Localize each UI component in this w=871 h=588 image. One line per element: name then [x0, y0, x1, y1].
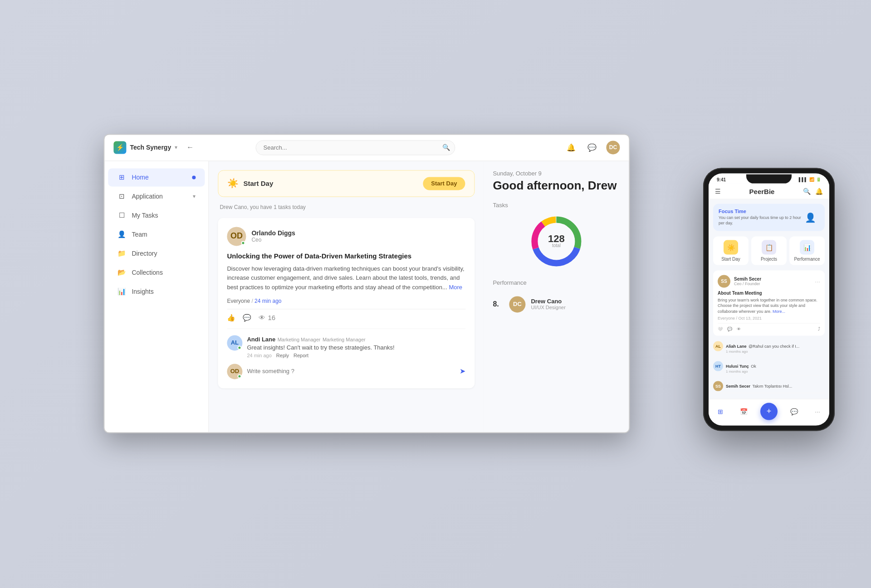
- sidebar-item-team[interactable]: 👤 Team: [108, 225, 205, 243]
- back-button[interactable]: ←: [186, 143, 194, 151]
- sidebar-item-label-directory: Directory: [132, 250, 157, 257]
- phone-post-title: About Team Meeting: [718, 290, 820, 295]
- donut-svg: 128 total: [529, 214, 583, 268]
- main-content: ☀️ Start Day Start Day Drew Cano, you ha…: [209, 161, 629, 432]
- phone-search-icon[interactable]: 🔍: [803, 188, 811, 195]
- phone-notch: [746, 174, 792, 183]
- phone-commenter-2-name: Hulusi Tunç: [726, 364, 749, 369]
- notifications-button[interactable]: 🔔: [564, 141, 578, 154]
- views-count: 👁 16: [259, 314, 275, 322]
- phone-calendar-button[interactable]: 📅: [737, 404, 750, 418]
- views-icon: 👁: [259, 314, 265, 322]
- phone-share-button[interactable]: ⤴: [818, 326, 820, 331]
- phone-time: 9:41: [717, 177, 726, 182]
- header-actions: 🔔 💬 DC: [564, 141, 620, 154]
- right-panel: Sunday, October 9 Good afternoon, Drew T…: [484, 161, 629, 432]
- like-button[interactable]: 👍: [227, 314, 235, 322]
- tasks-section: Tasks: [493, 202, 620, 268]
- phone-chat-button[interactable]: 💬: [788, 404, 801, 418]
- quick-action-projects[interactable]: 📋 Projects: [751, 236, 787, 265]
- user-avatar[interactable]: DC: [606, 141, 620, 154]
- post-header: OD Orlando Diggs Ceo: [227, 227, 465, 246]
- start-day-button[interactable]: Start Day: [423, 177, 465, 190]
- sidebar-item-label-insights: Insights: [132, 288, 153, 295]
- post-more-link[interactable]: More: [449, 284, 462, 291]
- tasks-icon: ☐: [117, 211, 126, 220]
- sidebar-item-my-tasks[interactable]: ☐ My Tasks: [108, 206, 205, 224]
- post-title: Unlocking the Power of Data-Driven Marke…: [227, 252, 465, 260]
- send-button[interactable]: ➤: [460, 367, 465, 376]
- comment-button[interactable]: 💬: [243, 314, 251, 322]
- performer-avatar: DC: [509, 296, 525, 312]
- sidebar-item-directory[interactable]: 📁 Directory: [108, 244, 205, 262]
- signal-icon: ▌▌▌: [799, 177, 807, 182]
- current-user-avatar: OD: [227, 364, 242, 379]
- phone-bell-icon[interactable]: 🔔: [815, 188, 823, 195]
- phone-comment-1-content: Aliah Lane @Rahul can you check if I... …: [726, 341, 799, 354]
- chevron-down-icon: ▾: [193, 193, 196, 199]
- home-icon: ⊞: [117, 173, 126, 182]
- phone-menu-icon[interactable]: ☰: [715, 188, 721, 195]
- post-author-avatar: OD: [227, 227, 246, 246]
- phone-post-more[interactable]: More...: [773, 309, 785, 313]
- performer-info: Drew Cano UI/UX Designer: [531, 298, 620, 311]
- like-icon: 👍: [227, 314, 235, 322]
- focus-card-content: Focus Time You can set your daily focus …: [719, 208, 801, 226]
- focus-time-card[interactable]: Focus Time You can set your daily focus …: [713, 204, 825, 231]
- feed-panel: ☀️ Start Day Start Day Drew Cano, you ha…: [209, 161, 484, 432]
- phone-container: 9:41 ▌▌▌ 📶 🔋 ☰ PeerBie 🔍 🔔: [703, 168, 835, 431]
- phone-commenter-2-avatar: HT: [713, 361, 723, 371]
- phone-like-button[interactable]: 🤍: [718, 326, 723, 331]
- phone-status-icons: ▌▌▌ 📶 🔋: [799, 177, 821, 182]
- report-button[interactable]: Report: [294, 353, 308, 358]
- phone-post-avatar: SS: [718, 275, 730, 287]
- greeting-date: Sunday, October 9: [493, 170, 620, 177]
- search-input[interactable]: [256, 140, 455, 155]
- phone-more-button[interactable]: ···: [811, 404, 824, 418]
- phone-post-menu-button[interactable]: ···: [815, 277, 820, 285]
- performer-role: UI/UX Designer: [531, 305, 620, 311]
- post-body: Discover how leveraging data-driven mark…: [227, 264, 465, 292]
- reply-button[interactable]: Reply: [276, 353, 289, 358]
- performer-name: Drew Cano: [531, 298, 620, 305]
- phone-comment-button[interactable]: 💬: [727, 326, 732, 331]
- brand-name: Tech Synergy: [130, 144, 171, 151]
- phone-nav-icons: 🔍 🔔: [803, 188, 823, 195]
- collections-icon: 📂: [117, 268, 126, 277]
- phone-views-button[interactable]: 👁: [737, 326, 741, 331]
- comment-icon: 💬: [243, 314, 251, 322]
- post-card: OD Orlando Diggs Ceo Unlocking the Power…: [218, 218, 475, 388]
- quick-action-performance[interactable]: 📊 Performance: [789, 236, 825, 265]
- phone-post-author-name: Semih Secer: [734, 277, 761, 282]
- phone-home-button[interactable]: ⊞: [714, 404, 727, 418]
- brand-chevron-icon: ▾: [175, 144, 177, 151]
- battery-icon: 🔋: [816, 177, 821, 182]
- directory-icon: 📁: [117, 249, 126, 258]
- sidebar-item-label-application: Application: [132, 193, 163, 200]
- phone-fab-button[interactable]: +: [760, 403, 778, 420]
- sidebar-item-collections[interactable]: 📂 Collections: [108, 263, 205, 282]
- sidebar-item-insights[interactable]: 📊 Insights: [108, 282, 205, 301]
- sidebar-item-home[interactable]: ⊞ Home: [108, 168, 205, 186]
- performance-item: 8. DC Drew Cano UI/UX Designer: [493, 292, 620, 317]
- laptop-screen: ⚡ Tech Synergy ▾ ← 🔍 🔔 💬 DC: [103, 134, 630, 433]
- brand-logo[interactable]: ⚡ Tech Synergy ▾: [113, 141, 177, 154]
- phone-nav: ☰ PeerBie 🔍 🔔: [709, 184, 829, 199]
- comment-input-field[interactable]: [247, 368, 455, 375]
- application-icon: ⊡: [117, 192, 126, 201]
- quick-action-start-day[interactable]: ☀️ Start Day: [713, 236, 749, 265]
- post-author-name: Orlando Diggs: [251, 229, 295, 237]
- wifi-icon: 📶: [809, 177, 814, 182]
- phone-comment-1-time: 1 months ago: [726, 350, 799, 354]
- sidebar-item-application[interactable]: ⊡ Application ▾: [108, 187, 205, 205]
- start-day-emoji: ☀️: [227, 178, 239, 189]
- sidebar-item-label-collections: Collections: [132, 269, 162, 276]
- post-meta: Everyone / 24 min ago: [227, 298, 465, 304]
- performance-label: Performance: [493, 279, 620, 286]
- commenter-online-dot: [237, 345, 241, 350]
- sidebar-item-label-team: Team: [132, 231, 147, 238]
- search-icon: 🔍: [442, 144, 450, 151]
- messages-button[interactable]: 💬: [585, 141, 599, 154]
- post-author-info: Orlando Diggs Ceo: [251, 229, 295, 243]
- search-bar: 🔍: [256, 140, 455, 155]
